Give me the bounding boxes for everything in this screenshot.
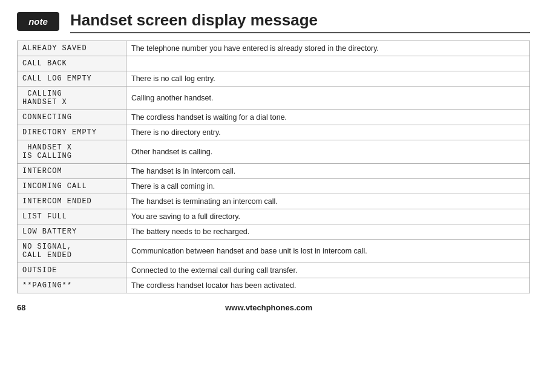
display-code: NO SIGNAL, CALL ENDED [18, 240, 126, 263]
display-code: CALL BACK [18, 56, 126, 71]
display-message-table: ALREADY SAVEDThe telephone number you ha… [17, 41, 530, 293]
page-title: Handset screen display message [70, 11, 530, 33]
table-row: CALLING HANDSET XCalling another handset… [18, 87, 530, 110]
display-code: INCOMING CALL [18, 179, 126, 194]
description-text [126, 56, 530, 71]
description-text: The handset is in intercom call. [126, 164, 530, 179]
table-row: LIST FULLYou are saving to a full direct… [18, 209, 530, 224]
description-text: Other handset is calling. [126, 140, 530, 164]
table-row: DIRECTORY EMPTYThere is no directory ent… [18, 125, 530, 140]
table-row: INTERCOM ENDEDThe handset is terminating… [18, 194, 530, 209]
description-text: There is a call coming in. [126, 179, 530, 194]
display-code: OUTSIDE [18, 263, 126, 278]
table-row: NO SIGNAL, CALL ENDEDCommunication betwe… [18, 240, 530, 263]
display-code: CALL LOG EMPTY [18, 71, 126, 87]
description-text: The cordless handset is waiting for a di… [126, 110, 530, 125]
display-code: LIST FULL [18, 209, 126, 224]
table-row: **PAGING**The cordless handset locator h… [18, 278, 530, 293]
description-text: Connected to the external call during ca… [126, 263, 530, 278]
description-text: Calling another handset. [126, 87, 530, 110]
display-code: **PAGING** [18, 278, 126, 293]
description-text: The cordless handset locator has been ac… [126, 278, 530, 293]
header-area: note Handset screen display message [17, 11, 530, 33]
display-code: ALREADY SAVED [18, 41, 126, 56]
table-row: CONNECTINGThe cordless handset is waitin… [18, 110, 530, 125]
description-text: Communication between handset and base u… [126, 240, 530, 263]
table-row: INTERCOMThe handset is in intercom call. [18, 164, 530, 179]
display-code: CONNECTING [18, 110, 126, 125]
table-row: OUTSIDEConnected to the external call du… [18, 263, 530, 278]
description-text: The telephone number you have entered is… [126, 41, 530, 56]
display-code: INTERCOM [18, 164, 126, 179]
table-row: HANDSET X IS CALLINGOther handset is cal… [18, 140, 530, 164]
description-text: There is no call log entry. [126, 71, 530, 87]
page-number: 68 [17, 303, 25, 312]
display-code: HANDSET X IS CALLING [18, 140, 126, 164]
description-text: There is no directory entry. [126, 125, 530, 140]
footer: 68 www.vtechphones.com [17, 303, 530, 312]
description-text: You are saving to a full directory. [126, 209, 530, 224]
display-code: DIRECTORY EMPTY [18, 125, 126, 140]
description-text: The handset is terminating an intercom c… [126, 194, 530, 209]
table-row: CALL LOG EMPTYThere is no call log entry… [18, 71, 530, 87]
page-wrapper: note Handset screen display message ALRE… [0, 0, 547, 392]
display-code: CALLING HANDSET X [18, 87, 126, 110]
table-row: LOW BATTERYThe battery needs to be recha… [18, 224, 530, 240]
note-badge: note [17, 12, 59, 31]
display-code: INTERCOM ENDED [18, 194, 126, 209]
website-url: www.vtechphones.com [25, 303, 512, 312]
table-row: ALREADY SAVEDThe telephone number you ha… [18, 41, 530, 56]
description-text: The battery needs to be recharged. [126, 224, 530, 240]
display-code: LOW BATTERY [18, 224, 126, 240]
table-row: CALL BACK [18, 56, 530, 71]
table-row: INCOMING CALLThere is a call coming in. [18, 179, 530, 194]
